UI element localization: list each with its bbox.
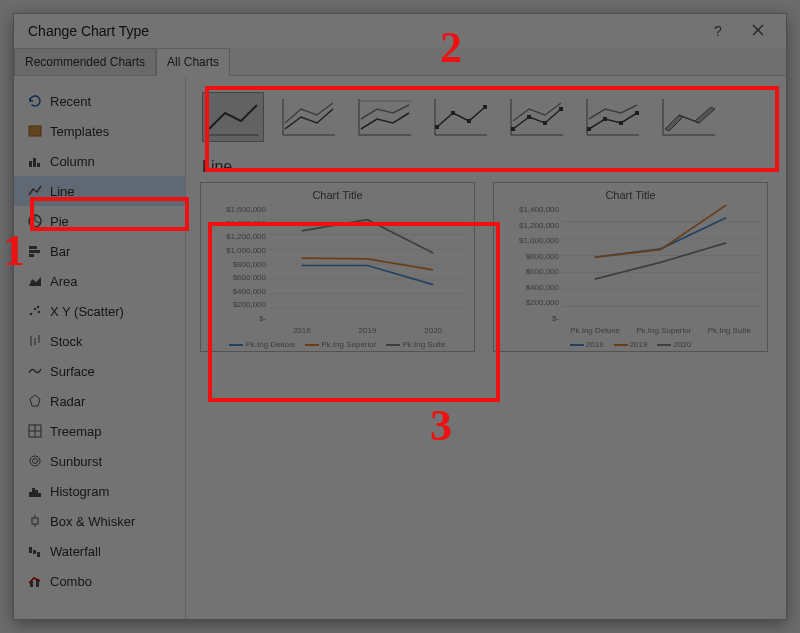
x-axis: 201820192020 bbox=[269, 326, 466, 335]
svg-rect-59 bbox=[587, 127, 591, 131]
sidebar-item-surface[interactable]: Surface bbox=[14, 356, 185, 386]
sidebar-item-label: Treemap bbox=[50, 424, 102, 439]
svg-rect-30 bbox=[32, 518, 38, 524]
plot-area bbox=[562, 205, 759, 323]
line-subtype-2-icon bbox=[355, 95, 415, 139]
svg-rect-48 bbox=[451, 111, 455, 115]
svg-rect-11 bbox=[29, 254, 34, 257]
sidebar-item-label: Box & Whisker bbox=[50, 514, 135, 529]
chart-preview-1[interactable]: Chart Title$1,400,000$1,200,000$1,000,00… bbox=[493, 182, 768, 352]
sidebar-item-pie[interactable]: Pie bbox=[14, 206, 185, 236]
svg-rect-60 bbox=[603, 117, 607, 121]
line-subtype-4[interactable] bbox=[506, 92, 568, 142]
sidebar-item-label: Waterfall bbox=[50, 544, 101, 559]
svg-rect-50 bbox=[483, 105, 487, 109]
sidebar-item-bar[interactable]: Bar bbox=[14, 236, 185, 266]
chart-preview-title: Chart Title bbox=[502, 189, 759, 201]
box-whisker-icon bbox=[24, 513, 46, 529]
line-subtype-5-icon bbox=[583, 95, 643, 139]
close-button[interactable] bbox=[738, 23, 778, 39]
sidebar-item-label: Column bbox=[50, 154, 95, 169]
change-chart-type-dialog: Change Chart Type ? Recommended Charts A… bbox=[13, 13, 787, 620]
sidebar-item-waterfall[interactable]: Waterfall bbox=[14, 536, 185, 566]
svg-rect-29 bbox=[38, 493, 41, 497]
line-subtype-6[interactable] bbox=[658, 92, 720, 142]
svg-rect-5 bbox=[37, 163, 40, 167]
line-subtype-2[interactable] bbox=[354, 92, 416, 142]
sidebar-item-radar[interactable]: Radar bbox=[14, 386, 185, 416]
waterfall-icon bbox=[24, 543, 46, 559]
close-icon bbox=[752, 24, 764, 36]
svg-point-24 bbox=[30, 456, 40, 466]
sidebar-item-label: Area bbox=[50, 274, 77, 289]
sidebar-item-sunburst[interactable]: Sunburst bbox=[14, 446, 185, 476]
y-axis: $1,600,000$1,400,000$1,200,000$1,000,000… bbox=[211, 205, 266, 323]
svg-rect-54 bbox=[527, 115, 531, 119]
sidebar-item-column[interactable]: Column bbox=[14, 146, 185, 176]
svg-rect-55 bbox=[543, 121, 547, 125]
combo-icon bbox=[24, 573, 46, 589]
sidebar-item-combo[interactable]: Combo bbox=[14, 566, 185, 596]
svg-point-25 bbox=[33, 459, 38, 464]
svg-marker-12 bbox=[29, 277, 41, 286]
chart-main-panel: Line Chart Title$1,600,000$1,400,000$1,2… bbox=[186, 76, 786, 619]
svg-rect-9 bbox=[29, 246, 37, 249]
svg-rect-56 bbox=[559, 107, 563, 111]
legend: 201820192020 bbox=[494, 340, 767, 349]
line-subtype-5[interactable] bbox=[582, 92, 644, 142]
x-y-scatter--icon bbox=[24, 303, 46, 319]
tab-recommended-charts[interactable]: Recommended Charts bbox=[14, 48, 156, 75]
chart-preview-title: Chart Title bbox=[209, 189, 466, 201]
sidebar-item-area[interactable]: Area bbox=[14, 266, 185, 296]
line-subtype-3-icon bbox=[431, 95, 491, 139]
sidebar-item-label: Bar bbox=[50, 244, 70, 259]
tab-all-charts[interactable]: All Charts bbox=[156, 48, 230, 76]
sidebar-item-label: Combo bbox=[50, 574, 92, 589]
sidebar-item-recent[interactable]: Recent bbox=[14, 86, 185, 116]
sidebar-item-label: Sunburst bbox=[50, 454, 102, 469]
stock-icon bbox=[24, 333, 46, 349]
sidebar-item-label: Surface bbox=[50, 364, 95, 379]
recent-icon bbox=[24, 93, 46, 109]
radar-icon bbox=[24, 393, 46, 409]
svg-point-15 bbox=[38, 311, 41, 314]
help-button[interactable]: ? bbox=[698, 23, 738, 39]
sidebar-item-box-whisker[interactable]: Box & Whisker bbox=[14, 506, 185, 536]
line-subtype-3[interactable] bbox=[430, 92, 492, 142]
pie-icon bbox=[24, 213, 46, 229]
svg-point-13 bbox=[30, 313, 33, 316]
svg-rect-2 bbox=[29, 126, 41, 136]
sidebar-item-label: Pie bbox=[50, 214, 69, 229]
sidebar-item-label: X Y (Scatter) bbox=[50, 304, 124, 319]
sidebar-item-templates[interactable]: Templates bbox=[14, 116, 185, 146]
surface-icon bbox=[24, 363, 46, 379]
section-title: Line bbox=[202, 158, 772, 176]
svg-rect-4 bbox=[33, 158, 36, 167]
svg-rect-3 bbox=[29, 161, 32, 167]
histogram-icon bbox=[24, 483, 46, 499]
sidebar-item-x-y-scatter-[interactable]: X Y (Scatter) bbox=[14, 296, 185, 326]
line-subtype-1[interactable] bbox=[278, 92, 340, 142]
treemap-icon bbox=[24, 423, 46, 439]
templates-icon bbox=[24, 123, 46, 139]
plot-area bbox=[269, 205, 466, 323]
area-icon bbox=[24, 273, 46, 289]
sidebar-item-treemap[interactable]: Treemap bbox=[14, 416, 185, 446]
preview-row: Chart Title$1,600,000$1,400,000$1,200,00… bbox=[200, 182, 772, 352]
svg-rect-33 bbox=[29, 547, 32, 553]
svg-rect-35 bbox=[37, 552, 40, 557]
chart-preview-0[interactable]: Chart Title$1,600,000$1,400,000$1,200,00… bbox=[200, 182, 475, 352]
svg-rect-28 bbox=[35, 490, 38, 497]
sidebar-item-line[interactable]: Line bbox=[14, 176, 185, 206]
svg-line-8 bbox=[35, 221, 40, 223]
sidebar-item-label: Histogram bbox=[50, 484, 109, 499]
svg-rect-61 bbox=[619, 121, 623, 125]
sidebar-item-histogram[interactable]: Histogram bbox=[14, 476, 185, 506]
y-axis: $1,400,000$1,200,000$1,000,000$800,000$6… bbox=[504, 205, 559, 323]
sunburst-icon bbox=[24, 453, 46, 469]
sidebar-item-label: Stock bbox=[50, 334, 83, 349]
x-axis: Pk.Ing DeluxePk.Ing SuperiorPk.Ing Suite bbox=[562, 326, 759, 335]
sidebar-item-stock[interactable]: Stock bbox=[14, 326, 185, 356]
line-subtype-0[interactable] bbox=[202, 92, 264, 142]
line-icon bbox=[24, 183, 46, 199]
